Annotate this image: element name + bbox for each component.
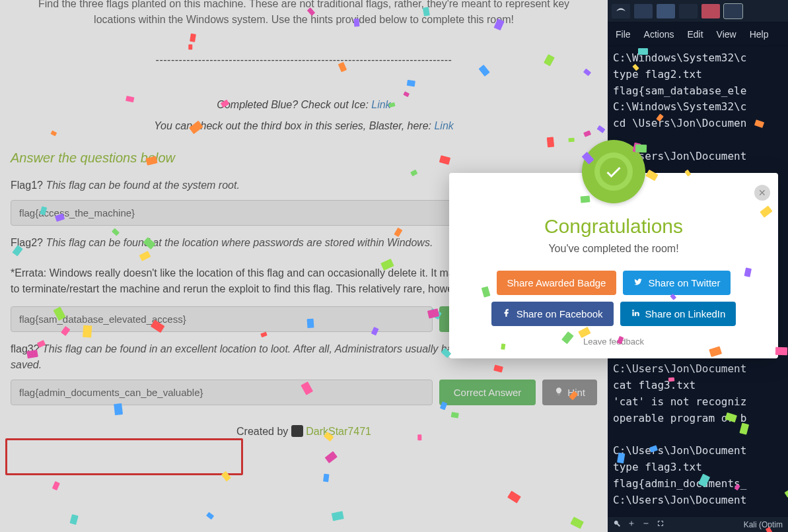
answer-input-1[interactable] xyxy=(11,200,493,226)
taskbar xyxy=(608,0,788,22)
q2-hint: This flag can be found at the location w… xyxy=(46,237,433,248)
q1-label: Flag1? xyxy=(11,180,46,191)
share-facebook-button[interactable]: Share on Facebook xyxy=(491,302,614,326)
q1-hint: This flag can be found at the system roo… xyxy=(46,180,240,191)
close-button[interactable]: ✕ xyxy=(754,185,770,201)
link-ice[interactable]: Link xyxy=(371,99,390,110)
files-icon[interactable] xyxy=(657,4,675,18)
share-linkedin-label: Share on LinkedIn xyxy=(645,308,726,319)
share-linkedin-button[interactable]: Share on LinkedIn xyxy=(620,302,736,326)
answer-row-3: Correct Answer Hint xyxy=(11,380,597,405)
answer-section-header: Answer the questions below xyxy=(11,150,597,166)
app-icon[interactable] xyxy=(701,4,720,18)
status-label: Kali (Optim xyxy=(744,520,783,529)
link-blue-text: Completed Blue? Check out Ice: xyxy=(217,99,371,110)
share-button-row: Share Awarded Badge Share on Twitter Sha… xyxy=(462,271,765,326)
menu-view[interactable]: View xyxy=(717,29,736,40)
plus-icon[interactable] xyxy=(627,519,635,529)
q3-label: flag3? xyxy=(11,343,42,354)
menu-file[interactable]: File xyxy=(616,29,631,40)
link-blue: Completed Blue? Check out Ice: Link xyxy=(11,99,597,111)
linkedin-icon xyxy=(631,308,640,319)
creator-avatar-icon xyxy=(291,425,303,437)
desc-l1: Find the three flags planted on this mac… xyxy=(38,0,569,9)
twitter-icon xyxy=(633,277,643,288)
bulb-icon xyxy=(554,387,563,398)
share-twitter-label: Share on Twitter xyxy=(648,277,720,288)
link-blaster: You can check out the third box in this … xyxy=(11,120,597,132)
modal-subtitle: You've completed the room! xyxy=(462,243,765,255)
menu-help[interactable]: Help xyxy=(750,29,769,40)
terminal-statusbar: Kali (Optim xyxy=(608,516,788,532)
facebook-icon xyxy=(502,308,511,319)
kali-menu-icon[interactable] xyxy=(612,4,630,18)
correct-answer-button-3[interactable]: Correct Answer xyxy=(439,380,536,405)
q2-label: Flag2? xyxy=(11,237,46,248)
link-blaster-text: You can check out the third box in this … xyxy=(154,120,434,131)
share-badge-button[interactable]: Share Awarded Badge xyxy=(497,271,617,295)
room-description: Find the three flags planted on this mac… xyxy=(11,0,597,28)
hint-btn-3-label: Hint xyxy=(567,387,585,398)
expand-icon[interactable] xyxy=(657,519,664,529)
close-icon: ✕ xyxy=(758,187,766,198)
modal-title: Congratulations xyxy=(462,215,765,238)
active-terminal-icon[interactable] xyxy=(724,4,742,18)
congrats-modal: ✕ Congratulations You've completed the r… xyxy=(449,173,778,358)
hint-button-3[interactable]: Hint xyxy=(542,380,597,405)
menu-edit[interactable]: Edit xyxy=(687,29,703,40)
creator-link[interactable]: DarkStar7471 xyxy=(306,426,371,437)
terminal-icon[interactable] xyxy=(679,4,698,18)
minus-icon[interactable] xyxy=(642,519,650,529)
share-facebook-label: Share on Facebook xyxy=(517,308,603,319)
share-twitter-button[interactable]: Share on Twitter xyxy=(623,271,731,295)
terminal-menubar: File Actions Edit View Help xyxy=(608,22,788,46)
wrench-icon[interactable] xyxy=(613,519,621,529)
answer-input-2[interactable] xyxy=(11,306,433,332)
desc-l2: locations within the Windows system. Use… xyxy=(94,14,514,25)
success-badge xyxy=(582,140,645,203)
link-blaster-a[interactable]: Link xyxy=(434,120,453,131)
created-by-label: Created by xyxy=(236,426,291,437)
created-by: Created by DarkStar7471 xyxy=(11,425,597,438)
desktop-switcher-1-icon[interactable] xyxy=(634,4,653,18)
answer-input-3[interactable] xyxy=(11,380,433,405)
menu-actions[interactable]: Actions xyxy=(644,29,674,40)
check-icon xyxy=(594,152,633,191)
divider-dashes: ----------------------------------------… xyxy=(11,54,597,66)
leave-feedback-link[interactable]: Leave feedback xyxy=(462,337,765,347)
